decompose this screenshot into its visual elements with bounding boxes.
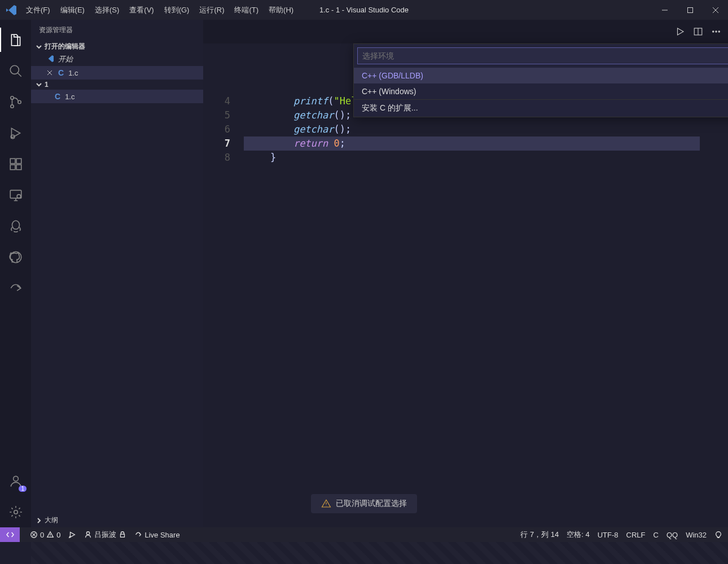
window-title: 1.c - 1 - Visual Studio Code xyxy=(319,6,409,14)
editor-tab-row xyxy=(203,20,728,43)
status-eol[interactable]: CRLF xyxy=(626,531,646,539)
svg-rect-6 xyxy=(10,158,15,164)
svg-point-17 xyxy=(713,31,714,32)
environment-input[interactable] xyxy=(362,51,728,60)
svg-rect-0 xyxy=(687,7,692,12)
explorer-header: 资源管理器 xyxy=(31,20,203,41)
menu-help[interactable]: 帮助(H) xyxy=(264,3,298,17)
folder-section[interactable]: 1 xyxy=(31,80,203,90)
status-qq[interactable]: QQ xyxy=(666,531,678,539)
svg-point-14 xyxy=(13,476,18,481)
menu-selection[interactable]: 选择(S) xyxy=(90,3,124,17)
svg-point-12 xyxy=(12,221,19,229)
status-user[interactable]: 吕振波 xyxy=(84,530,126,540)
file-label: 1.c xyxy=(65,92,74,101)
status-live-share[interactable]: Live Share xyxy=(134,531,179,539)
code-lines: printf("Hello CSDN"); getchar(); getchar… xyxy=(244,94,728,527)
activity-github[interactable] xyxy=(0,241,31,272)
activity-share[interactable] xyxy=(0,272,31,303)
environment-input-wrapper xyxy=(357,47,728,64)
maximize-button[interactable] xyxy=(677,0,703,20)
open-editor-file[interactable]: C 1.c xyxy=(31,66,203,80)
split-editor-icon[interactable] xyxy=(693,27,703,37)
vscode-icon xyxy=(46,54,55,65)
watermark xyxy=(31,542,728,564)
menu-view[interactable]: 查看(V) xyxy=(125,3,158,17)
svg-rect-29 xyxy=(121,534,125,537)
open-editor-label: 开始 xyxy=(58,54,73,64)
status-problems[interactable]: 0 0 xyxy=(30,531,60,539)
file-item[interactable]: C 1.c xyxy=(31,90,203,103)
lock-icon xyxy=(119,531,126,539)
menu-run[interactable]: 运行(R) xyxy=(195,3,229,17)
remote-indicator[interactable] xyxy=(0,527,20,542)
status-encoding[interactable]: UTF-8 xyxy=(598,531,619,539)
toast-message: 已取消调试配置选择 xyxy=(336,499,407,509)
minimize-button[interactable] xyxy=(652,0,677,20)
activity-extensions[interactable] xyxy=(0,148,31,179)
svg-point-1 xyxy=(10,65,19,74)
environment-picker: C++ (GDB/LLDB) C++ (Windows) 安装 C 的扩展... xyxy=(353,43,728,117)
menu-edit[interactable]: 编辑(E) xyxy=(56,3,89,17)
status-cursor[interactable]: 行 7，列 14 xyxy=(520,530,559,540)
env-install-extensions[interactable]: 安装 C 的扩展... xyxy=(354,99,728,117)
status-spaces[interactable]: 空格: 4 xyxy=(567,530,589,540)
status-bar: 0 0 吕振波 Live Share 行 7，列 14 空格: 4 UTF-8 … xyxy=(0,527,728,542)
open-editors-section[interactable]: 打开的编辑器 xyxy=(31,41,203,52)
env-option-windows[interactable]: C++ (Windows) xyxy=(354,83,728,99)
folder-name: 1 xyxy=(45,81,49,89)
svg-point-19 xyxy=(718,31,720,32)
explorer-sidebar: 资源管理器 打开的编辑器 开始 C 1.c 1 C 1.c 大纲 xyxy=(31,20,203,527)
titlebar: 文件(F) 编辑(E) 选择(S) 查看(V) 转到(G) 运行(R) 终端(T… xyxy=(0,0,728,20)
status-feedback[interactable] xyxy=(714,531,722,539)
status-debug[interactable] xyxy=(68,531,76,539)
svg-point-18 xyxy=(716,31,717,32)
vscode-logo-icon xyxy=(5,3,18,17)
menu-go[interactable]: 转到(G) xyxy=(160,3,194,17)
svg-point-28 xyxy=(87,532,90,535)
close-icon[interactable] xyxy=(46,69,54,76)
toast-notification: 已取消调试配置选择 xyxy=(311,494,417,513)
c-file-icon: C xyxy=(54,92,62,101)
open-editor-label: 1.c xyxy=(68,69,78,77)
menu-file[interactable]: 文件(F) xyxy=(21,3,55,17)
activity-explorer[interactable] xyxy=(0,24,31,55)
more-icon[interactable] xyxy=(711,27,721,37)
svg-rect-9 xyxy=(16,165,21,170)
menu-terminal[interactable]: 终端(T) xyxy=(230,3,263,17)
activity-bar: 1 xyxy=(0,20,31,527)
activity-accounts[interactable]: 1 xyxy=(0,465,31,496)
activity-settings[interactable] xyxy=(0,496,31,527)
close-button[interactable] xyxy=(703,0,728,20)
editor-area: C++ (GDB/LLDB) C++ (Windows) 安装 C 的扩展...… xyxy=(203,20,728,527)
activity-remote-explorer[interactable] xyxy=(0,179,31,210)
outline-label: 大纲 xyxy=(45,515,58,525)
menu-bar: 文件(F) 编辑(E) 选择(S) 查看(V) 转到(G) 运行(R) 终端(T… xyxy=(21,3,298,17)
activity-run-debug[interactable] xyxy=(0,117,31,148)
line-gutter: 45678 xyxy=(203,94,244,527)
outline-section[interactable]: 大纲 xyxy=(31,513,203,527)
activity-qq[interactable] xyxy=(0,210,31,241)
svg-rect-7 xyxy=(16,158,21,164)
open-editors-label: 打开的编辑器 xyxy=(45,42,85,51)
open-editor-welcome[interactable]: 开始 xyxy=(31,52,203,66)
env-option-gdb-lldb[interactable]: C++ (GDB/LLDB) xyxy=(354,68,728,83)
svg-point-2 xyxy=(10,96,13,99)
status-language[interactable]: C xyxy=(654,531,659,539)
run-icon[interactable] xyxy=(675,27,685,37)
warning-icon xyxy=(321,499,331,509)
c-file-icon: C xyxy=(57,68,65,77)
activity-search[interactable] xyxy=(0,55,31,86)
svg-rect-8 xyxy=(10,165,15,170)
accounts-badge: 1 xyxy=(19,486,27,492)
svg-point-3 xyxy=(10,104,13,107)
status-platform[interactable]: Win32 xyxy=(686,531,707,539)
svg-point-15 xyxy=(14,510,17,514)
activity-source-control[interactable] xyxy=(0,86,31,117)
svg-point-11 xyxy=(17,194,20,198)
